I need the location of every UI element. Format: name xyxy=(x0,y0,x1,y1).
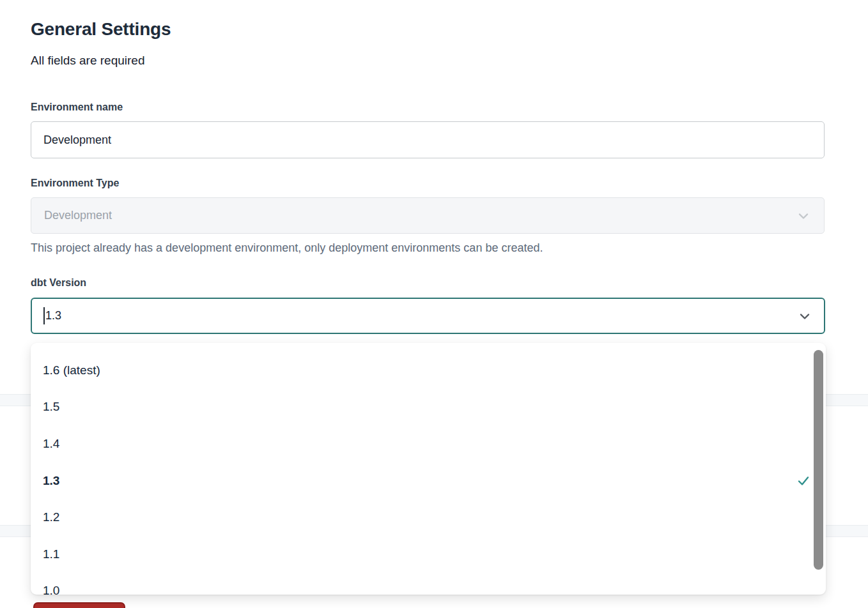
dropdown-option[interactable]: 1.2 xyxy=(31,499,826,536)
dropdown-option[interactable]: 1.5 xyxy=(31,389,826,426)
environment-name-label: Environment name xyxy=(31,102,123,113)
dropdown-option[interactable]: 1.3 xyxy=(31,462,826,499)
dropdown-scrollbar-thumb[interactable] xyxy=(814,350,823,570)
dropdown-options-list: 1.6 (latest) 1.5 1.4 1.3 1.2 1 xyxy=(31,343,826,595)
environment-type-value: Development xyxy=(44,209,112,222)
dropdown-option-label: 1.4 xyxy=(43,437,59,451)
dropdown-option[interactable]: 1.4 xyxy=(31,425,826,462)
text-caret xyxy=(43,307,45,324)
page-subtitle: All fields are required xyxy=(31,54,144,68)
dropdown-option[interactable]: 1.6 (latest) xyxy=(31,352,826,389)
dropdown-option[interactable]: 1.1 xyxy=(31,536,826,573)
dropdown-option-label: 1.2 xyxy=(43,510,59,524)
danger-button[interactable] xyxy=(33,602,125,608)
general-settings-page: General Settings All fields are required… xyxy=(0,0,868,608)
environment-type-label: Environment Type xyxy=(31,178,119,189)
dropdown-option-label: 1.3 xyxy=(43,474,59,488)
dropdown-option[interactable]: 1.0 xyxy=(31,573,826,595)
environment-name-input[interactable] xyxy=(31,121,825,158)
dropdown-option-label: 1.5 xyxy=(43,400,59,414)
check-icon xyxy=(796,474,810,488)
dropdown-option-label: 1.6 (latest) xyxy=(43,363,100,377)
dbt-version-value: 1.3 xyxy=(45,309,61,323)
dropdown-option-label: 1.0 xyxy=(43,584,59,595)
page-title: General Settings xyxy=(31,19,171,40)
dbt-version-combobox[interactable]: 1.3 xyxy=(31,298,825,334)
dropdown-option-label: 1.1 xyxy=(43,547,59,561)
dbt-version-value-wrap: 1.3 xyxy=(43,307,61,324)
dbt-version-dropdown: 1.6 (latest) 1.5 1.4 1.3 1.2 1 xyxy=(31,343,826,595)
environment-type-select: Development xyxy=(31,197,825,234)
chevron-down-icon[interactable] xyxy=(797,308,812,324)
dbt-version-label: dbt Version xyxy=(31,277,86,289)
chevron-down-icon xyxy=(796,208,811,224)
environment-type-help-text: This project already has a development e… xyxy=(31,241,543,255)
